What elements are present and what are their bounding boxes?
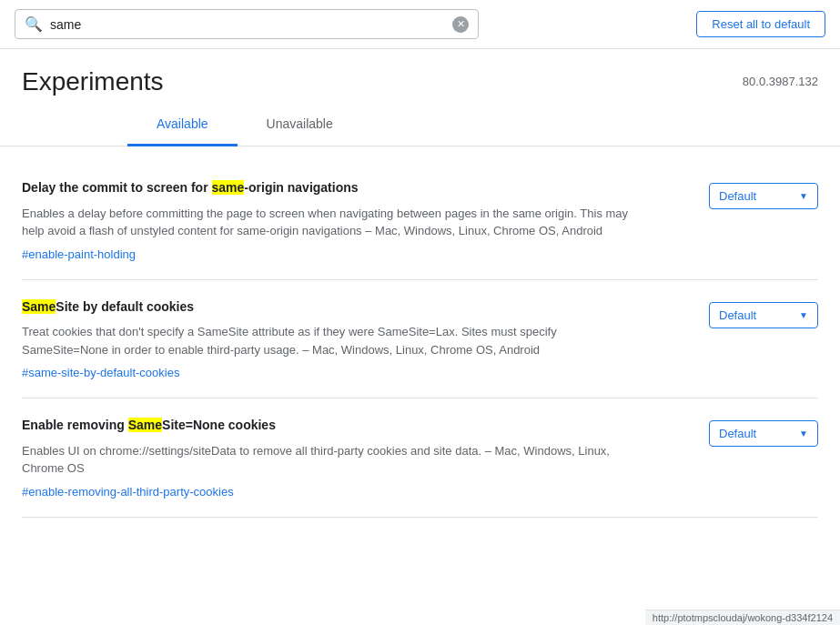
experiment-item: SameSite by default cookies Treat cookie…: [22, 280, 818, 399]
experiment-dropdown[interactable]: Default ▼: [709, 302, 818, 328]
search-box: 🔍 ✕: [15, 9, 479, 39]
experiment-title: Enable removing SameSite=None cookies: [22, 417, 632, 435]
title-highlight: Same: [22, 299, 56, 314]
dropdown-wrap: Default ▼: [709, 179, 818, 209]
experiment-item: Enable removing SameSite=None cookies En…: [22, 398, 818, 518]
tab-unavailable[interactable]: Unavailable: [238, 104, 362, 146]
dropdown-value: Default: [719, 189, 756, 203]
experiment-anchor[interactable]: #same-site-by-default-cookies: [22, 366, 179, 379]
header: 🔍 ✕ Reset all to default: [0, 0, 840, 49]
reset-all-button[interactable]: Reset all to default: [696, 11, 825, 37]
experiment-content: Enable removing SameSite=None cookies En…: [22, 417, 632, 499]
title-before: Delay the commit to screen for: [22, 180, 212, 195]
title-after: Site by default cookies: [56, 299, 194, 314]
dropdown-wrap: Default ▼: [709, 417, 818, 447]
title-highlight: Same: [128, 418, 162, 432]
tabs-container: Available Unavailable: [0, 104, 840, 146]
experiment-dropdown[interactable]: Default ▼: [709, 420, 818, 447]
experiment-anchor[interactable]: #enable-paint-holding: [22, 247, 136, 261]
page-title: Experiments: [22, 67, 164, 96]
status-bar: http://ptotmpscloudaj/wokong-d334f2124: [645, 610, 840, 625]
experiment-item: Delay the commit to screen for same-orig…: [22, 161, 818, 280]
tab-available[interactable]: Available: [127, 104, 238, 146]
experiment-content: SameSite by default cookies Treat cookie…: [22, 298, 632, 380]
experiments-list: Delay the commit to screen for same-orig…: [0, 146, 840, 532]
experiment-dropdown[interactable]: Default ▼: [709, 183, 818, 209]
experiment-content: Delay the commit to screen for same-orig…: [22, 179, 632, 261]
dropdown-value: Default: [719, 308, 756, 322]
page-title-area: Experiments 80.0.3987.132: [0, 49, 840, 104]
dropdown-arrow-icon: ▼: [799, 310, 808, 320]
experiment-title: SameSite by default cookies: [22, 298, 632, 317]
title-after: -origin navigations: [244, 180, 358, 195]
dropdown-arrow-icon: ▼: [799, 191, 808, 201]
title-before: Enable removing: [22, 418, 128, 432]
dropdown-value: Default: [719, 427, 756, 440]
clear-icon[interactable]: ✕: [452, 16, 469, 33]
experiment-title: Delay the commit to screen for same-orig…: [22, 179, 632, 197]
experiment-anchor[interactable]: #enable-removing-all-third-party-cookies: [22, 485, 234, 499]
search-icon: 🔍: [25, 15, 43, 33]
title-highlight: same: [212, 180, 245, 195]
version-label: 80.0.3987.132: [743, 75, 818, 88]
title-after: Site=None cookies: [162, 418, 276, 432]
experiment-description: Enables UI on chrome://settings/siteData…: [22, 442, 632, 478]
search-input[interactable]: [50, 17, 445, 32]
dropdown-wrap: Default ▼: [709, 298, 818, 328]
experiment-description: Enables a delay before committing the pa…: [22, 205, 632, 240]
experiment-description: Treat cookies that don't specify a SameS…: [22, 323, 632, 358]
dropdown-arrow-icon: ▼: [799, 428, 808, 439]
